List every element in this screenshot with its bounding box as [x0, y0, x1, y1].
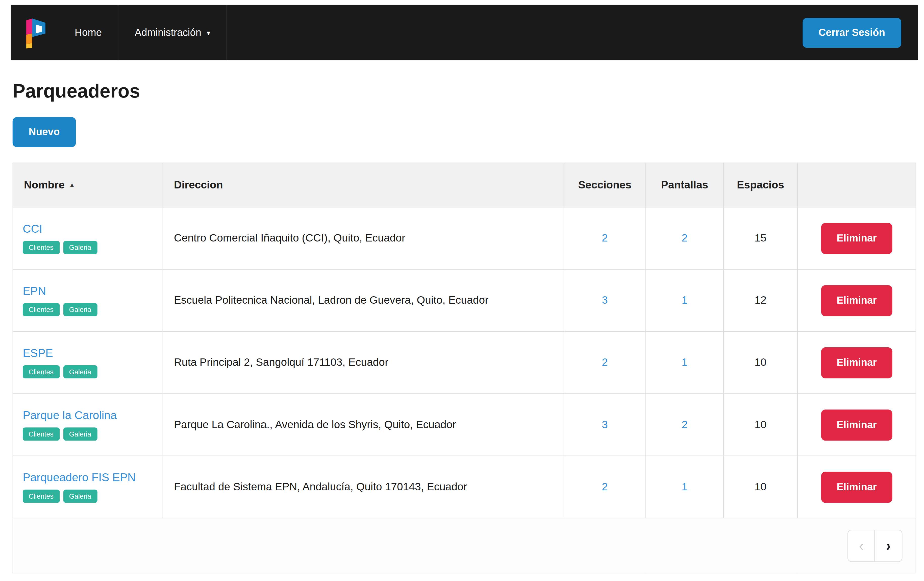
pagination: ‹ ›: [26, 530, 903, 562]
espacios-cell: 15: [723, 207, 797, 269]
galeria-badge[interactable]: Galeria: [63, 427, 97, 441]
pantallas-link[interactable]: 2: [681, 419, 688, 431]
secciones-link[interactable]: 2: [602, 232, 608, 244]
clientes-badge[interactable]: Clientes: [23, 303, 59, 316]
pantallas-link[interactable]: 1: [681, 481, 688, 493]
table-row: ESPE Clientes Galeria Ruta Principal 2, …: [13, 332, 916, 394]
espacios-cell: 10: [723, 394, 797, 456]
secciones-cell: 2: [564, 332, 646, 394]
clientes-badge[interactable]: Clientes: [23, 365, 59, 378]
parqueadero-name-link[interactable]: CCI: [23, 222, 42, 235]
badges: Clientes Galeria: [23, 303, 153, 316]
parqueadero-name-link[interactable]: EPN: [23, 285, 46, 298]
galeria-badge[interactable]: Galeria: [63, 241, 97, 254]
actions-cell: Eliminar: [797, 332, 916, 394]
nombre-cell: EPN Clientes Galeria: [13, 269, 163, 332]
eliminar-button[interactable]: Eliminar: [821, 471, 893, 502]
actions-cell: Eliminar: [797, 456, 916, 518]
pantallas-cell: 2: [646, 207, 723, 269]
pantallas-link[interactable]: 1: [681, 357, 688, 368]
pantallas-link[interactable]: 1: [681, 294, 688, 306]
clientes-badge[interactable]: Clientes: [23, 241, 59, 254]
table-row: CCI Clientes Galeria Centro Comercial Iñ…: [13, 207, 916, 269]
parqueadero-name-link[interactable]: Parqueadero FIS EPN: [23, 471, 135, 484]
nav-item-administracion[interactable]: Administración ▾: [118, 5, 227, 60]
secciones-cell: 2: [564, 456, 646, 518]
espacios-cell: 10: [723, 332, 797, 394]
logout-button[interactable]: Cerrar Sesión: [802, 18, 901, 48]
table-body: CCI Clientes Galeria Centro Comercial Iñ…: [13, 207, 916, 518]
secciones-cell: 3: [564, 269, 646, 332]
galeria-badge[interactable]: Galeria: [63, 303, 97, 316]
badges: Clientes Galeria: [23, 490, 153, 503]
secciones-link[interactable]: 3: [602, 294, 608, 306]
direccion-cell: Escuela Politecnica Nacional, Ladron de …: [163, 269, 564, 332]
column-header-direccion[interactable]: Direccion: [163, 163, 564, 207]
new-button[interactable]: Nuevo: [13, 117, 76, 147]
nav-item-home[interactable]: Home: [59, 5, 118, 60]
app-logo-icon: [21, 17, 48, 49]
badges: Clientes Galeria: [23, 427, 153, 441]
nombre-cell: Parque la Carolina Clientes Galeria: [13, 394, 163, 456]
table-header: Nombre▲ Direccion Secciones Pantallas Es…: [13, 163, 916, 207]
badges: Clientes Galeria: [23, 365, 153, 378]
parqueadero-name-link[interactable]: Parque la Carolina: [23, 409, 117, 422]
table-row: EPN Clientes Galeria Escuela Politecnica…: [13, 269, 916, 332]
eliminar-button[interactable]: Eliminar: [821, 223, 893, 254]
column-header-pantallas[interactable]: Pantallas: [646, 163, 723, 207]
column-header-nombre-label: Nombre: [24, 179, 64, 191]
pantallas-link[interactable]: 2: [681, 232, 688, 244]
table-footer: ‹ ›: [13, 518, 916, 573]
column-header-espacios[interactable]: Espacios: [723, 163, 797, 207]
parqueaderos-table: Nombre▲ Direccion Secciones Pantallas Es…: [13, 163, 918, 573]
pagination-prev-button[interactable]: ‹: [848, 530, 875, 562]
page: Home Administración ▾ Cerrar Sesión Parq…: [0, 0, 924, 581]
secciones-cell: 2: [564, 207, 646, 269]
parqueadero-name-link[interactable]: ESPE: [23, 347, 53, 360]
pantallas-cell: 1: [646, 269, 723, 332]
pantallas-cell: 1: [646, 456, 723, 518]
galeria-badge[interactable]: Galeria: [63, 365, 97, 378]
eliminar-button[interactable]: Eliminar: [821, 285, 893, 316]
clientes-badge[interactable]: Clientes: [23, 427, 59, 441]
actions-cell: Eliminar: [797, 269, 916, 332]
direccion-cell: Centro Comercial Iñaquito (CCI), Quito, …: [163, 207, 564, 269]
direccion-cell: Facultad de Sistema EPN, Andalucía, Quit…: [163, 456, 564, 518]
actions-cell: Eliminar: [797, 394, 916, 456]
espacios-cell: 12: [723, 269, 797, 332]
secciones-link[interactable]: 3: [602, 419, 608, 431]
secciones-link[interactable]: 2: [602, 481, 608, 493]
table-row: Parqueadero FIS EPN Clientes Galeria Fac…: [13, 456, 916, 518]
secciones-link[interactable]: 2: [602, 357, 608, 368]
eliminar-button[interactable]: Eliminar: [821, 347, 893, 378]
column-header-nombre[interactable]: Nombre▲: [13, 163, 163, 207]
pagination-next-button[interactable]: ›: [875, 530, 903, 562]
direccion-cell: Ruta Principal 2, Sangolquí 171103, Ecua…: [163, 332, 564, 394]
actions-cell: Eliminar: [797, 207, 916, 269]
pantallas-cell: 2: [646, 394, 723, 456]
page-title: Parqueaderos: [13, 80, 918, 102]
nombre-cell: CCI Clientes Galeria: [13, 207, 163, 269]
espacios-cell: 10: [723, 456, 797, 518]
table-row: Parque la Carolina Clientes Galeria Parq…: [13, 394, 916, 456]
eliminar-button[interactable]: Eliminar: [821, 409, 893, 440]
nombre-cell: ESPE Clientes Galeria: [13, 332, 163, 394]
pantallas-cell: 1: [646, 332, 723, 394]
column-header-secciones[interactable]: Secciones: [564, 163, 646, 207]
app-logo[interactable]: [11, 5, 59, 60]
secciones-cell: 3: [564, 394, 646, 456]
sort-asc-icon: ▲: [69, 181, 75, 188]
clientes-badge[interactable]: Clientes: [23, 490, 59, 503]
navbar: Home Administración ▾ Cerrar Sesión: [11, 5, 918, 60]
nav-item-administracion-label: Administración: [135, 26, 201, 38]
direccion-cell: Parque La Carolina., Avenida de los Shyr…: [163, 394, 564, 456]
column-header-actions: [797, 163, 916, 207]
nombre-cell: Parqueadero FIS EPN Clientes Galeria: [13, 456, 163, 518]
galeria-badge[interactable]: Galeria: [63, 490, 97, 503]
badges: Clientes Galeria: [23, 241, 153, 254]
chevron-down-icon: ▾: [207, 29, 210, 36]
navbar-spacer: [227, 5, 802, 60]
